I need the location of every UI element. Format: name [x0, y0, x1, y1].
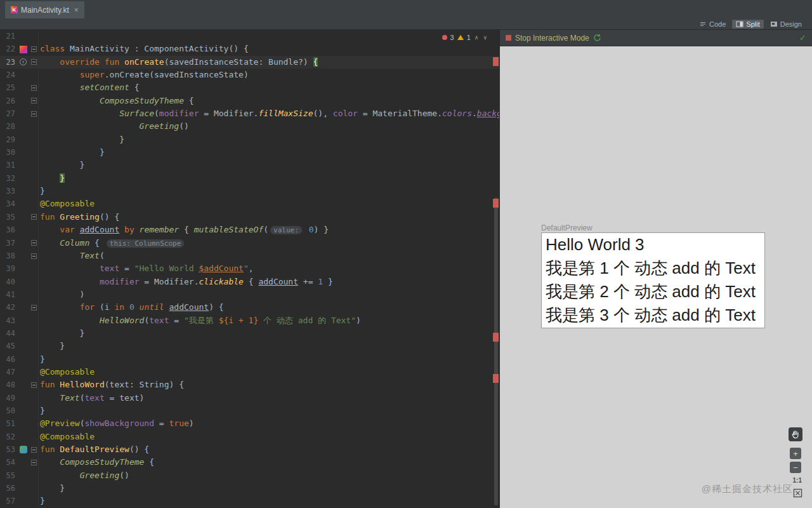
stop-interactive-mode-button[interactable]: Stop Interactive Mode	[515, 34, 589, 43]
code-line[interactable]: 57}	[0, 495, 499, 507]
code-line[interactable]: 46}	[0, 353, 499, 366]
code-editor[interactable]: 2122class MainActivity : ComponentActivi…	[0, 30, 499, 508]
line-number: 32	[0, 172, 17, 185]
error-stripe-mark[interactable]	[493, 199, 499, 208]
line-number: 24	[0, 69, 17, 81]
code-line[interactable]: 24 super.onCreate(savedInstanceState)	[0, 69, 499, 81]
fold-marker[interactable]	[31, 447, 37, 453]
line-number: 39	[0, 262, 17, 275]
fold-marker[interactable]	[31, 240, 37, 246]
code-line[interactable]: 41 )	[0, 288, 499, 301]
code-line[interactable]: 53fun DefaultPreview() {	[0, 443, 499, 456]
close-icon[interactable]: ×	[74, 6, 79, 15]
code-text: fun HelloWord(text: String) {	[40, 378, 184, 391]
code-line[interactable]: 23↑ override fun onCreate(savedInstanceS…	[0, 56, 499, 69]
mode-code[interactable]: Code	[695, 20, 730, 29]
fold-cell	[29, 56, 39, 69]
fold-marker[interactable]	[31, 98, 37, 104]
mode-split[interactable]: Split	[732, 20, 763, 29]
fold-marker[interactable]	[31, 85, 37, 91]
error-stripe-mark[interactable]	[493, 57, 499, 66]
code-line[interactable]: 44 }	[0, 327, 499, 340]
fold-cell	[29, 417, 39, 430]
interactive-mode-button[interactable]	[789, 427, 802, 441]
code-line[interactable]: 56 }	[0, 482, 499, 495]
code-line[interactable]: 49 Text(text = text)	[0, 392, 499, 404]
code-line[interactable]: 55 Greeting()	[0, 469, 499, 482]
mode-design[interactable]: Design	[766, 20, 806, 29]
preview-canvas[interactable]: DefaultPreview Hello World 3我是第 1 个 动态 a…	[500, 46, 812, 508]
code-line[interactable]: 34@Composable	[0, 197, 499, 210]
gutter-icon-cell	[17, 301, 29, 314]
fold-cell	[29, 431, 39, 443]
zoom-out-button[interactable]: −	[790, 462, 801, 473]
code-line[interactable]: 27 Surface(modifier = Modifier.fillMaxSi…	[0, 107, 499, 120]
code-line[interactable]: 29 }	[0, 133, 499, 146]
override-gutter-icon[interactable]: ↑	[20, 58, 27, 65]
code-line[interactable]: 54 ComposeStudyTheme {	[0, 456, 499, 469]
tab-mainactivity[interactable]: K MainActivity.kt ×	[5, 1, 84, 18]
code-line[interactable]: 22class MainActivity : ComponentActivity…	[0, 43, 499, 55]
zoom-ratio-button[interactable]: 1:1	[793, 477, 802, 484]
fold-marker[interactable]	[31, 214, 37, 220]
gutter-icon-cell	[17, 366, 29, 378]
code-line[interactable]: 37 Column { this: ColumnScope	[0, 237, 499, 250]
line-number: 43	[0, 314, 17, 327]
gutter-icon-cell	[17, 431, 29, 443]
fold-marker[interactable]	[31, 111, 37, 117]
code-line[interactable]: 48fun HelloWord(text: String) {	[0, 378, 499, 391]
code-line[interactable]: 36 var addCount by remember { mutableSta…	[0, 224, 499, 236]
fold-marker[interactable]	[31, 305, 37, 311]
preview-content[interactable]: Hello World 3我是第 1 个 动态 add 的 Text我是第 2 …	[541, 232, 765, 328]
fold-cell	[29, 133, 39, 146]
code-line[interactable]: 26 ComposeStudyTheme {	[0, 95, 499, 107]
fold-marker[interactable]	[31, 253, 37, 259]
code-line[interactable]: 35fun Greeting() {	[0, 211, 499, 224]
code-line[interactable]: 21	[0, 30, 499, 43]
next-issue-button[interactable]: ∨	[482, 34, 488, 41]
line-number: 40	[0, 276, 17, 288]
code-line[interactable]: 45 }	[0, 340, 499, 352]
code-line[interactable]: 38 Text(	[0, 250, 499, 262]
code-line[interactable]: 42 for (i in 0 until addCount) {	[0, 301, 499, 314]
inspections-widget[interactable]: 3 1 ∧ ∨	[442, 34, 488, 41]
code-line[interactable]: 25 setContent {	[0, 81, 499, 94]
code-line[interactable]: 47@Composable	[0, 366, 499, 378]
fold-marker[interactable]	[31, 460, 37, 465]
code-line[interactable]: 28 Greeting()	[0, 120, 499, 133]
fold-marker[interactable]	[31, 59, 37, 65]
error-icon	[442, 35, 447, 40]
code-line[interactable]: 33}	[0, 185, 499, 197]
prev-issue-button[interactable]: ∧	[474, 34, 480, 41]
zoom-in-button[interactable]: +	[790, 448, 801, 459]
error-stripe-mark[interactable]	[493, 333, 499, 342]
code-line[interactable]: 51@Preview(showBackground = true)	[0, 417, 499, 430]
code-line[interactable]: 39 text = "Hello World $addCount",	[0, 262, 499, 275]
code-text: super.onCreate(savedInstanceState)	[40, 69, 249, 81]
editor-scrollbar[interactable]	[494, 197, 498, 505]
design-icon	[770, 20, 778, 28]
code-lines: 2122class MainActivity : ComponentActivi…	[0, 30, 499, 508]
code-text: @Composable	[40, 197, 95, 210]
code-line[interactable]: 43 HelloWord(text = "我是第 ${i + 1} 个 动态 a…	[0, 314, 499, 327]
code-line[interactable]: 52@Composable	[0, 431, 499, 443]
fold-marker[interactable]	[31, 46, 37, 52]
line-number: 57	[0, 495, 17, 507]
code-line[interactable]: 40 modifier = Modifier.clickable { addCo…	[0, 276, 499, 288]
refresh-icon[interactable]	[593, 34, 601, 42]
kotlin-gutter-icon[interactable]	[20, 46, 27, 53]
fold-cell	[29, 197, 39, 210]
compose-gutter-icon[interactable]	[20, 446, 27, 453]
fold-marker[interactable]	[31, 382, 37, 388]
code-line[interactable]: 32 }	[0, 172, 499, 185]
preview-text-line: 我是第 1 个 动态 add 的 Text	[546, 257, 761, 280]
gutter-icon-cell	[17, 43, 29, 55]
line-number: 44	[0, 327, 17, 340]
zoom-to-fit-button[interactable]	[792, 488, 802, 498]
code-line[interactable]: 31 }	[0, 159, 499, 171]
gutter-icon-cell	[17, 378, 29, 391]
code-line[interactable]: 50}	[0, 404, 499, 417]
error-stripe-mark[interactable]	[493, 374, 499, 383]
code-line[interactable]: 30 }	[0, 146, 499, 159]
code-text: Surface(modifier = Modifier.fillMaxSize(…	[40, 107, 499, 120]
